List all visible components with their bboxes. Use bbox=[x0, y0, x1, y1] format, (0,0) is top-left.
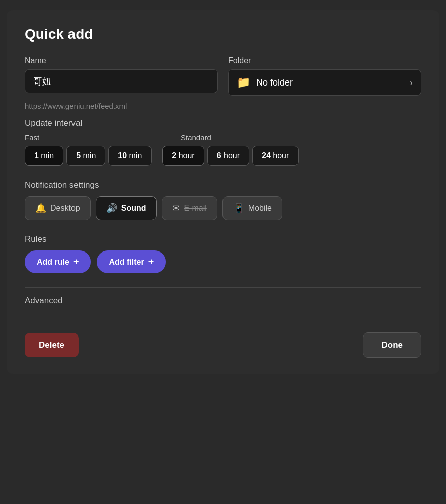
notification-section: Notification settings 🔔 Desktop 🔊 Sound … bbox=[25, 180, 421, 220]
interval-6hour[interactable]: 6 hour bbox=[207, 146, 249, 166]
standard-category-label: Standard bbox=[181, 133, 421, 142]
quick-add-dialog: Quick add Name Folder 📁 No folder › http… bbox=[7, 10, 439, 374]
email-notif-btn[interactable]: ✉ E-mail bbox=[162, 196, 217, 220]
dialog-title: Quick add bbox=[25, 26, 421, 42]
divider-1 bbox=[25, 287, 421, 288]
chevron-right-icon: › bbox=[410, 77, 413, 88]
rules-section: Rules Add rule + Add filter + bbox=[25, 234, 421, 273]
name-input[interactable] bbox=[25, 69, 218, 93]
add-rule-button[interactable]: Add rule + bbox=[25, 250, 91, 273]
folder-icon: 📁 bbox=[237, 76, 250, 89]
folder-label: Folder bbox=[228, 56, 421, 65]
notification-buttons: 🔔 Desktop 🔊 Sound ✉ E-mail 📱 Mobile bbox=[25, 196, 421, 220]
interval-24hour[interactable]: 24 hour bbox=[252, 146, 299, 166]
interval-categories: Fast Standard bbox=[25, 133, 421, 142]
add-filter-button[interactable]: Add filter + bbox=[97, 250, 166, 273]
name-group: Name bbox=[25, 56, 218, 96]
interval-5min[interactable]: 5 min bbox=[66, 146, 105, 166]
sound-icon: 🔊 bbox=[106, 203, 117, 214]
email-notif-label: E-mail bbox=[184, 204, 206, 213]
folder-selector[interactable]: 📁 No folder › bbox=[228, 69, 421, 96]
interval-2hour[interactable]: 2 hour bbox=[162, 146, 204, 166]
interval-label: Update interval bbox=[25, 118, 421, 128]
folder-group: Folder 📁 No folder › bbox=[228, 56, 421, 96]
mobile-icon: 📱 bbox=[233, 203, 244, 214]
add-rule-label: Add rule bbox=[37, 258, 69, 267]
mobile-notif-label: Mobile bbox=[248, 204, 272, 213]
add-rule-plus-icon: + bbox=[73, 257, 79, 267]
delete-button[interactable]: Delete bbox=[25, 333, 79, 357]
interval-1min[interactable]: 1 min bbox=[25, 146, 63, 166]
interval-divider bbox=[157, 147, 157, 165]
divider-2 bbox=[25, 316, 421, 316]
sound-notif-btn[interactable]: 🔊 Sound bbox=[96, 196, 157, 220]
add-filter-plus-icon: + bbox=[148, 257, 154, 267]
advanced-label: Advanced bbox=[25, 296, 421, 306]
advanced-section: Advanced bbox=[25, 296, 421, 306]
interval-buttons: 1 min 5 min 10 min 2 hour 6 hour 24 hour bbox=[25, 146, 421, 166]
add-filter-label: Add filter bbox=[109, 258, 144, 267]
name-label: Name bbox=[25, 56, 218, 65]
email-icon: ✉ bbox=[172, 203, 180, 214]
interval-section: Update interval Fast Standard 1 min 5 mi… bbox=[25, 118, 421, 166]
notification-label: Notification settings bbox=[25, 180, 421, 190]
sound-notif-label: Sound bbox=[121, 204, 146, 213]
rules-label: Rules bbox=[25, 234, 421, 244]
name-folder-row: Name Folder 📁 No folder › bbox=[25, 56, 421, 96]
footer-row: Delete Done bbox=[25, 324, 421, 358]
interval-10min[interactable]: 10 min bbox=[108, 146, 152, 166]
feed-url: https://www.geniu.net/feed.xml bbox=[25, 102, 421, 110]
fast-category-label: Fast bbox=[25, 133, 181, 142]
folder-value: No folder bbox=[256, 77, 404, 88]
desktop-notif-btn[interactable]: 🔔 Desktop bbox=[25, 196, 91, 220]
rules-buttons: Add rule + Add filter + bbox=[25, 250, 421, 273]
done-button[interactable]: Done bbox=[363, 332, 422, 358]
bell-icon: 🔔 bbox=[35, 203, 46, 214]
desktop-notif-label: Desktop bbox=[50, 204, 80, 213]
mobile-notif-btn[interactable]: 📱 Mobile bbox=[222, 196, 282, 220]
